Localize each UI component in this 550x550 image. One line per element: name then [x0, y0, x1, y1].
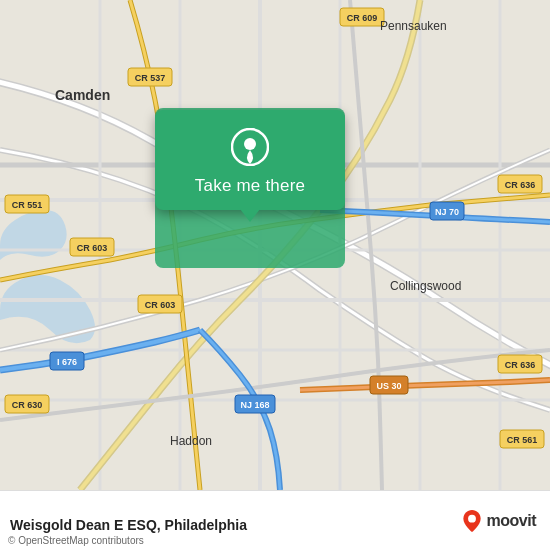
map-svg: CR 609 CR 537 CR 551 CR 603 CR 603 CR 63…: [0, 0, 550, 490]
map-attribution: © OpenStreetMap contributors: [8, 535, 144, 546]
moovit-logo-icon: [461, 510, 483, 532]
location-info: © OpenStreetMap contributors Weisgold De…: [10, 509, 247, 533]
svg-point-46: [468, 514, 476, 522]
bottom-bar: © OpenStreetMap contributors Weisgold De…: [0, 490, 550, 550]
svg-text:CR 603: CR 603: [77, 243, 108, 253]
take-me-there-button[interactable]: Take me there: [195, 176, 305, 196]
svg-text:US 30: US 30: [376, 381, 401, 391]
svg-text:CR 603: CR 603: [145, 300, 176, 310]
svg-text:Camden: Camden: [55, 87, 110, 103]
place-name: Weisgold Dean E ESQ, Philadelphia: [10, 517, 247, 533]
popup-card[interactable]: Take me there: [155, 110, 345, 210]
svg-text:CR 551: CR 551: [12, 200, 43, 210]
svg-point-45: [244, 138, 256, 150]
svg-text:I 676: I 676: [57, 357, 77, 367]
svg-text:CR 636: CR 636: [505, 360, 536, 370]
svg-text:Haddon: Haddon: [170, 434, 212, 448]
moovit-brand-text: moovit: [487, 512, 536, 530]
svg-text:CR 630: CR 630: [12, 400, 43, 410]
svg-text:CR 561: CR 561: [507, 435, 538, 445]
svg-text:CR 537: CR 537: [135, 73, 166, 83]
svg-text:CR 609: CR 609: [347, 13, 378, 23]
location-pin-icon: [231, 128, 269, 166]
map-container: CR 609 CR 537 CR 551 CR 603 CR 603 CR 63…: [0, 0, 550, 490]
svg-text:Pennsauken: Pennsauken: [380, 19, 447, 33]
svg-text:Collingswood: Collingswood: [390, 279, 461, 293]
moovit-logo: moovit: [461, 510, 536, 532]
svg-text:CR 636: CR 636: [505, 180, 536, 190]
svg-text:NJ 70: NJ 70: [435, 207, 459, 217]
svg-text:NJ 168: NJ 168: [240, 400, 269, 410]
